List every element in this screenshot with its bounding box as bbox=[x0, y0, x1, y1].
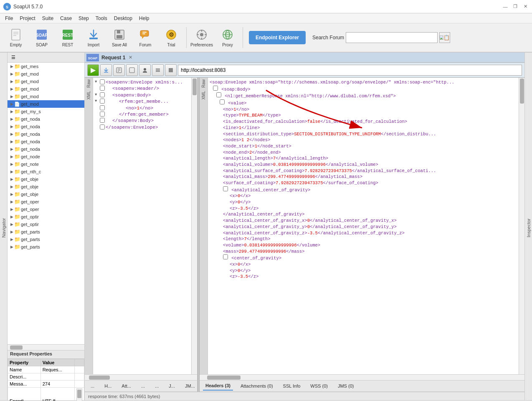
xml-checkbox[interactable] bbox=[100, 124, 105, 129]
forum-button[interactable]: Forum bbox=[133, 25, 158, 50]
expand-icon[interactable]: ▶ bbox=[9, 169, 14, 174]
scroll-control[interactable] bbox=[76, 388, 82, 401]
resp-xml-checkbox[interactable] bbox=[220, 99, 225, 104]
soap-button[interactable]: SOAP SOAP bbox=[29, 25, 54, 50]
tree-horiz-scrollbar[interactable] bbox=[8, 344, 84, 350]
stop-button[interactable] bbox=[165, 64, 177, 76]
tree-item[interactable]: ▶ 📁 get_parts bbox=[8, 236, 84, 243]
prop-value[interactable]: Reques... bbox=[41, 366, 74, 373]
raw-label[interactable]: Raw bbox=[86, 78, 92, 89]
response-vscroll[interactable] bbox=[519, 78, 524, 374]
menu-step[interactable]: Step bbox=[75, 15, 92, 22]
tree-item-selected[interactable]: ▶ 📄 get_mod bbox=[8, 100, 84, 108]
tree-item[interactable]: ▶ 📁 get_node bbox=[8, 153, 84, 160]
expand-icon[interactable]: ▶ bbox=[9, 132, 14, 137]
close-button[interactable]: ✕ bbox=[522, 3, 529, 10]
tree-item[interactable]: ▶ 📁 get_optir bbox=[8, 221, 84, 228]
maximize-button[interactable]: ❐ bbox=[512, 3, 519, 10]
prop-row[interactable]: Descri... bbox=[8, 373, 84, 381]
resp-tab-ssl[interactable]: SSL Info bbox=[281, 382, 303, 390]
tree-item[interactable]: ▶ 📁 get_my_s bbox=[8, 108, 84, 115]
resp-xml-checkbox[interactable] bbox=[213, 86, 218, 91]
tree-item[interactable]: ▶ 📁 get_noda bbox=[8, 123, 84, 130]
expand-icon[interactable]: ▶ bbox=[9, 199, 14, 204]
url-input[interactable] bbox=[178, 65, 522, 76]
expand-icon[interactable]: ▶ bbox=[9, 94, 14, 99]
save-all-button[interactable]: Save All bbox=[107, 25, 132, 50]
request-tab-title[interactable]: Request 1 bbox=[101, 55, 125, 61]
list-button[interactable] bbox=[152, 64, 164, 76]
xml-checkbox[interactable] bbox=[100, 92, 105, 97]
menu-suite[interactable]: Suite bbox=[39, 15, 57, 22]
menu-tools[interactable]: Tools bbox=[92, 15, 111, 22]
req-tab-dots[interactable]: ... bbox=[88, 382, 97, 390]
resp-tab-jms[interactable]: JMS (0) bbox=[335, 382, 357, 390]
menu-project[interactable]: Project bbox=[16, 15, 38, 22]
tree-item[interactable]: ▶ 📁 get_note bbox=[8, 160, 84, 168]
prop-row[interactable]: Name Reques... bbox=[8, 366, 84, 373]
rest-button[interactable]: REST REST bbox=[55, 25, 80, 50]
tree-item[interactable]: ▶ 📁 get_parts bbox=[8, 228, 84, 236]
resp-tab-headers[interactable]: Headers (3) bbox=[203, 381, 233, 391]
req-tab-h[interactable]: H... bbox=[102, 382, 114, 390]
search-input[interactable] bbox=[346, 32, 438, 43]
resp-tab-att[interactable]: Attachments (0) bbox=[238, 382, 276, 390]
expand-icon[interactable]: ▶ bbox=[9, 154, 14, 159]
expand-icon[interactable]: ▶ bbox=[9, 229, 14, 234]
expand-icon[interactable]: ▶ bbox=[9, 139, 14, 144]
tree-item[interactable]: ▶ 📁 get_noda bbox=[8, 115, 84, 123]
expand-icon[interactable]: ▶ bbox=[9, 214, 14, 219]
expand-icon[interactable]: ▶ bbox=[9, 237, 14, 242]
expand-icon[interactable]: ▶ bbox=[9, 222, 14, 227]
xml-checkbox[interactable] bbox=[100, 112, 105, 117]
inspector-label[interactable]: Inspector bbox=[525, 217, 532, 239]
resp-xml-checkbox[interactable] bbox=[216, 92, 221, 97]
tree-item[interactable]: ▶ 📁 get_oper bbox=[8, 206, 84, 213]
search-button[interactable]: 📋 bbox=[439, 32, 450, 43]
request-vscroll[interactable] bbox=[191, 78, 197, 374]
preferences-button[interactable]: Preferences bbox=[189, 25, 214, 50]
xml-checkbox[interactable] bbox=[100, 86, 105, 91]
req-tab-j[interactable]: J... bbox=[166, 382, 177, 390]
panel-menu-button[interactable]: ☰ bbox=[9, 53, 18, 62]
expand-icon[interactable]: ▶ bbox=[9, 184, 14, 189]
expand-icon[interactable]: ▶ bbox=[9, 147, 14, 152]
tree-item[interactable]: ▶ 📁 get_optir bbox=[8, 213, 84, 221]
prop-value[interactable] bbox=[41, 373, 74, 381]
tree-item[interactable]: ▶ 📁 get_mod bbox=[8, 93, 84, 100]
empty-button[interactable]: Empty bbox=[3, 25, 28, 50]
collapse-icon[interactable]: ▼ bbox=[95, 92, 100, 98]
tree-item[interactable]: ▶ 📁 get_obje bbox=[8, 183, 84, 190]
collapse-icon[interactable]: ▼ bbox=[95, 99, 100, 104]
expand-icon[interactable]: ▶ bbox=[9, 117, 14, 122]
xml-checkbox[interactable] bbox=[100, 99, 105, 104]
format-button[interactable] bbox=[113, 64, 125, 76]
tree-item[interactable]: ▶ 📁 get_mod bbox=[8, 78, 84, 85]
expand-icon[interactable]: ▶ bbox=[9, 64, 14, 69]
navigator-label[interactable]: Navigator bbox=[0, 216, 7, 239]
req-tab-d1[interactable]: ... bbox=[139, 382, 147, 390]
prop-value[interactable]: 274 bbox=[41, 381, 74, 388]
menu-file[interactable]: File bbox=[2, 15, 16, 22]
tree-item[interactable]: ▶ 📁 get_mod bbox=[8, 70, 84, 78]
download-button[interactable] bbox=[100, 64, 112, 76]
resp-xml-checkbox[interactable] bbox=[223, 186, 228, 191]
expand-icon[interactable]: ▶ bbox=[9, 71, 14, 76]
menu-help[interactable]: Help bbox=[136, 15, 153, 22]
menu-desktop[interactable]: Desktop bbox=[111, 15, 136, 22]
endpoint-explorer-button[interactable]: Endpoint Explorer bbox=[249, 31, 306, 44]
req-tab-att[interactable]: Att... bbox=[119, 382, 134, 390]
xml-label-resp[interactable]: XML bbox=[200, 89, 207, 102]
tree-item[interactable]: ▶ 📁 get_obje bbox=[8, 175, 84, 183]
prop-row[interactable]: Messa... 274 bbox=[8, 381, 84, 388]
req-tab-jm[interactable]: JM... bbox=[182, 382, 197, 390]
minimize-button[interactable]: — bbox=[502, 3, 509, 10]
request-hscroll[interactable] bbox=[85, 374, 197, 380]
req-tab-d2[interactable]: ... bbox=[152, 382, 161, 390]
expand-icon[interactable]: ▶ bbox=[9, 244, 14, 249]
expand-icon[interactable]: ▶ bbox=[9, 109, 14, 114]
tree-item[interactable]: ▶ 📁 get_noda bbox=[8, 130, 84, 138]
tree-item[interactable]: ▶ 📁 get_mod bbox=[8, 85, 84, 93]
expand-icon[interactable]: ▶ bbox=[9, 177, 14, 182]
user-button[interactable] bbox=[139, 64, 151, 76]
